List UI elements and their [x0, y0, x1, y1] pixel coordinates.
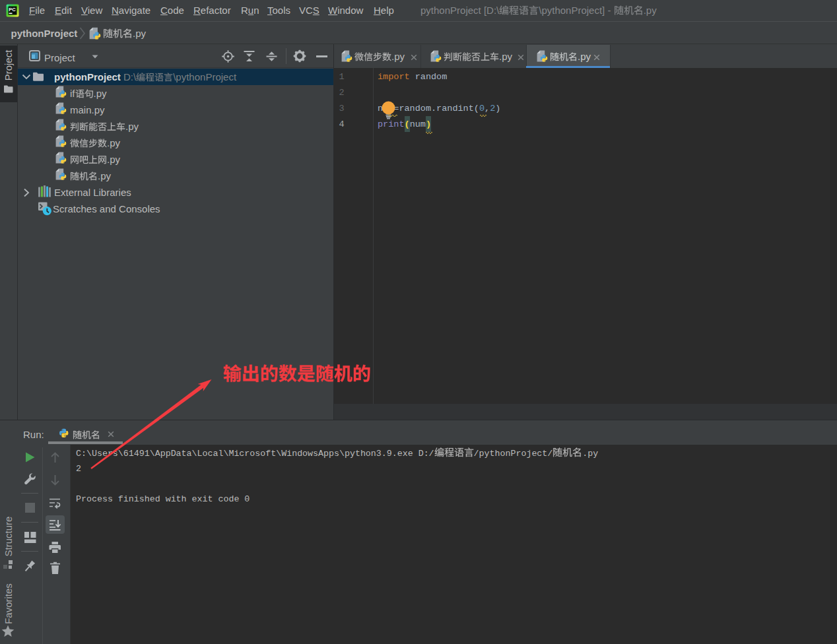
svg-text:PC: PC [9, 7, 16, 13]
